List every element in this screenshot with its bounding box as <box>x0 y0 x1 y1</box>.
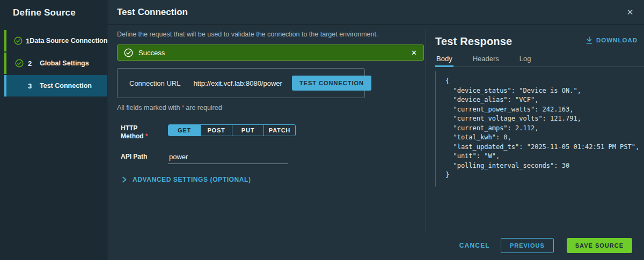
test-response-panel: Test Response DOWNLOAD Body Headers Log … <box>426 29 644 231</box>
step-label: Data Source Connection <box>30 37 107 44</box>
required-fields-note: All fields marked with*are required <box>117 104 424 112</box>
form-description: Define the request that will be used to … <box>117 31 424 38</box>
close-icon[interactable]: ✕ <box>625 7 635 18</box>
response-tabs: Body Headers Log <box>435 55 644 67</box>
note-prefix: All fields marked with <box>117 104 180 112</box>
step-complete-icon <box>14 36 23 45</box>
test-connection-button[interactable]: TEST CONNECTION <box>292 76 371 91</box>
success-banner-label: Success <box>138 49 165 57</box>
tab-headers[interactable]: Headers <box>472 55 500 66</box>
method-post-button[interactable]: POST <box>200 125 232 136</box>
step-complete-icon <box>14 59 25 68</box>
step-label: Test Connection <box>40 82 92 90</box>
cancel-button[interactable]: CANCEL <box>459 242 490 249</box>
wizard-footer: CANCEL PREVIOUS SAVE SOURCE <box>459 238 632 253</box>
http-method-segmented-control: GET POST PUT PATCH <box>168 124 296 136</box>
method-patch-button[interactable]: PATCH <box>264 125 295 136</box>
method-put-button[interactable]: PUT <box>232 125 264 136</box>
advanced-settings-label: ADVANCED SETTINGS (OPTIONAL) <box>133 176 251 183</box>
save-source-button[interactable]: SAVE SOURCE <box>567 238 632 253</box>
header-divider <box>107 24 644 25</box>
tab-body[interactable]: Body <box>435 55 453 66</box>
sidebar-item-data-source-connection[interactable]: 1 Data Source Connection <box>4 30 107 51</box>
download-icon <box>586 36 592 44</box>
success-check-icon <box>124 48 133 57</box>
download-label: DOWNLOAD <box>596 37 638 43</box>
step-number: 3 <box>28 82 40 90</box>
api-path-label: API Path <box>117 153 168 164</box>
step-label: Global Settings <box>40 60 89 67</box>
note-suffix: are required <box>186 104 222 112</box>
wizard-sidebar: Define Source 1 Data Source Connection <box>0 0 107 260</box>
test-connection-form: Define the request that will be used to … <box>117 31 424 183</box>
sidebar-item-global-settings[interactable]: 2 Global Settings <box>4 53 107 74</box>
connection-url-box: Connection URL http://exit.vcf.lab:8080/… <box>117 68 365 98</box>
response-body-json: { "device_status": "Device is ON.", "dev… <box>435 71 644 187</box>
api-path-input[interactable] <box>168 153 288 164</box>
wizard-steps: 1 Data Source Connection 2 Global Settin… <box>0 30 107 96</box>
define-source-dialog: Define Source 1 Data Source Connection <box>0 0 644 260</box>
sidebar-item-test-connection[interactable]: 3 Test Connection <box>4 75 107 96</box>
http-method-row: HTTP Method* GET POST PUT PATCH <box>117 124 424 140</box>
wizard-title: Define Source <box>0 0 107 18</box>
success-banner: Success ✕ <box>117 44 424 61</box>
page-title: Test Connection <box>117 7 188 18</box>
step-number: 1 <box>26 37 30 45</box>
previous-button[interactable]: PREVIOUS <box>501 238 554 253</box>
advanced-settings-toggle[interactable]: ADVANCED SETTINGS (OPTIONAL) <box>117 176 424 183</box>
connection-url-label: Connection URL <box>129 79 180 87</box>
api-path-row: API Path <box>117 153 424 164</box>
step-number: 2 <box>28 60 40 68</box>
required-asterisk: * <box>181 104 184 112</box>
response-title: Test Response <box>435 35 512 48</box>
required-asterisk: * <box>145 132 148 140</box>
connection-url-value: http://exit.vcf.lab:8080/power <box>193 79 282 87</box>
response-header: Test Response DOWNLOAD <box>435 35 644 48</box>
method-get-button[interactable]: GET <box>169 125 200 136</box>
http-method-label: HTTP Method* <box>117 124 168 140</box>
download-link[interactable]: DOWNLOAD <box>586 36 638 44</box>
chevron-right-icon <box>121 176 127 183</box>
banner-close-icon[interactable]: ✕ <box>411 49 417 56</box>
tab-log[interactable]: Log <box>518 55 532 66</box>
